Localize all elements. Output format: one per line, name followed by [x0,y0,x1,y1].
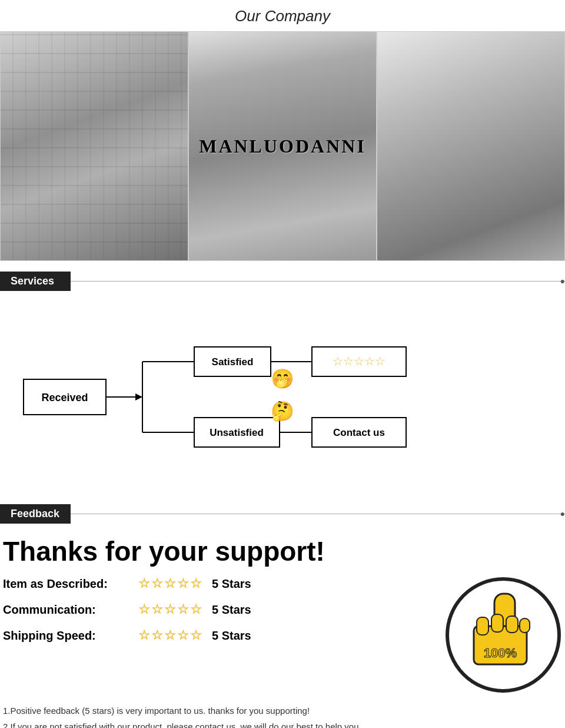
footer-note-2: 2.If you are not satisfied with our prod… [3,722,562,728]
svg-marker-3 [135,393,142,401]
stars-ship: ☆☆☆☆☆ [138,628,203,643]
feedback-section: Feedback Thanks for your support! Item a… [0,504,565,728]
svg-text:☆☆☆☆☆: ☆☆☆☆☆ [333,355,385,368]
svg-rect-22 [477,617,488,635]
count-comm: 5 Stars [212,603,251,617]
svg-text:Unsatisfied: Unsatisfied [210,427,264,438]
services-line [71,281,565,282]
rating-label-ship: Shipping Speed: [3,629,138,643]
feedback-line [71,514,565,514]
stars-item: ☆☆☆☆☆ [138,576,203,591]
building-photo [0,31,188,261]
rating-label-item: Item as Described: [3,577,138,591]
warehouse-photo: MANLUODANNI [188,31,377,261]
services-label: Services [0,272,71,291]
services-section: Services Received Satisfied ☆☆☆☆☆ 🤭 [0,272,565,494]
company-title: Our Company [0,0,565,31]
feedback-label: Feedback [0,504,71,524]
footer-notes: 1.Positive feedback (5 stars) is very im… [0,694,565,728]
flow-diagram-svg: Received Satisfied ☆☆☆☆☆ 🤭 Unsatisfied [12,315,553,474]
count-item: 5 Stars [212,577,251,591]
rating-row-item: Item as Described: ☆☆☆☆☆ 5 Stars [3,576,433,591]
photo-grid: MANLUODANNI [0,31,565,261]
thumbs-svg: 100% [444,576,562,694]
count-ship: 5 Stars [212,629,251,643]
services-header: Services [0,272,565,291]
services-diagram: Received Satisfied ☆☆☆☆☆ 🤭 Unsatisfied [0,291,565,494]
rating-row-comm: Communication: ☆☆☆☆☆ 5 Stars [3,602,433,617]
svg-rect-25 [520,618,530,633]
company-section: Our Company MANLUODANNI [0,0,565,261]
thumbs-graphic: 100% [444,576,562,694]
showroom-photo [377,31,565,261]
svg-text:🤔: 🤔 [271,400,294,422]
svg-rect-24 [506,616,518,633]
stars-comm: ☆☆☆☆☆ [138,602,203,617]
rating-row-ship: Shipping Speed: ☆☆☆☆☆ 5 Stars [3,628,433,643]
svg-text:Satisfied: Satisfied [212,356,254,368]
brand-name: MANLUODANNI [199,135,366,157]
footer-note-1: 1.Positive feedback (5 stars) is very im… [3,706,562,716]
svg-text:100%: 100% [484,646,517,660]
svg-text:Received: Received [41,392,88,403]
feedback-header: Feedback [0,504,565,524]
svg-text:🤭: 🤭 [271,368,294,390]
svg-text:Contact us: Contact us [333,427,385,438]
ratings-area: Item as Described: ☆☆☆☆☆ 5 Stars Communi… [3,576,433,654]
rating-label-comm: Communication: [3,603,138,617]
thanks-heading: Thanks for your support! [0,524,565,576]
svg-rect-23 [491,614,503,632]
feedback-content: Item as Described: ☆☆☆☆☆ 5 Stars Communi… [0,576,565,694]
